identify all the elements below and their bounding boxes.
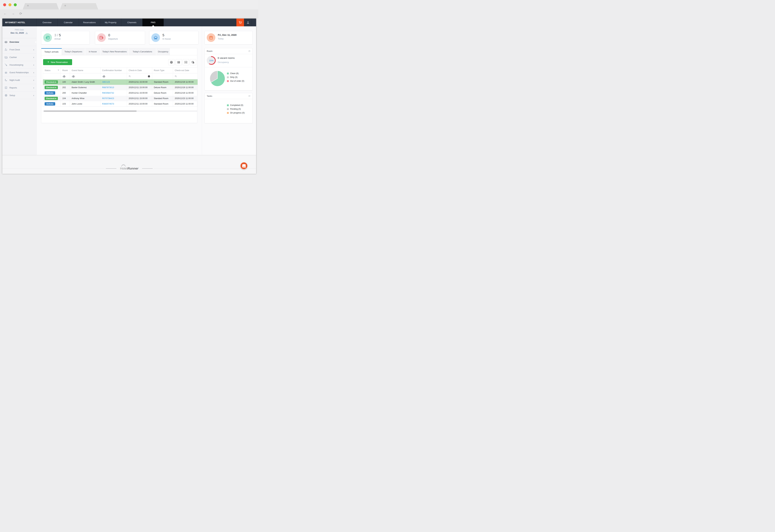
window-close-button[interactable]	[3, 3, 6, 6]
rows-view-button[interactable]	[175, 59, 182, 65]
scrollbar-thumb[interactable]	[44, 111, 137, 112]
confirmation-link[interactable]: R070736423	[102, 97, 114, 100]
refresh-icon[interactable]: ⟳	[248, 95, 250, 98]
chevron-left-icon: ‹	[33, 86, 34, 89]
chat-bubble-icon	[242, 164, 246, 168]
legend-item-out-of-order: Out of order (0)	[227, 80, 244, 82]
text-filter-icon: abc	[102, 76, 106, 77]
sidebar-item-night-audit[interactable]: Night Audit ‹	[2, 76, 36, 84]
table-row[interactable]: Checked-in 100 Adam Smith / Lucy Smith A…	[43, 79, 198, 85]
new-reservation-button[interactable]: + New Reservation	[43, 59, 72, 65]
nav-item-channels[interactable]: Channels	[121, 19, 142, 26]
status-badge: Checked-in	[45, 80, 58, 84]
confirmation-link[interactable]: R383074573	[102, 103, 114, 105]
status-badge: Checked-in	[45, 86, 58, 89]
filter-status[interactable]	[43, 73, 61, 79]
tab-todays-new-reservations[interactable]: Today's New Reservations	[101, 48, 129, 55]
pms-date-block: PMS Date Dec 11, 2020	[2, 26, 36, 38]
navbar-tail	[252, 19, 256, 26]
filter-room-type[interactable]	[152, 73, 173, 79]
col-confirmation-number[interactable]: Confirmation Number	[100, 67, 127, 73]
app-navbar: MYSWEET HOTEL Overview Calendar Reservat…	[2, 19, 256, 26]
in-house-value: 5	[162, 33, 164, 37]
cell-guest: John Locke	[70, 101, 100, 107]
sidebar-item-label: Front Desk	[9, 48, 31, 51]
departure-icon	[97, 33, 106, 42]
table-row[interactable]: Definite 103 John Locke R383074573 2020/…	[43, 101, 198, 107]
nav-item-pms[interactable]: PMS	[142, 19, 164, 26]
browser-tab-1[interactable]: ⊗	[23, 3, 59, 9]
nav-item-calendar[interactable]: Calendar	[57, 19, 79, 26]
tab-close-icon[interactable]: ⊗	[64, 4, 66, 7]
table-row[interactable]: Checked-in 202 Baxter Gutierrez R6878730…	[43, 85, 198, 90]
filter-checkout-date[interactable]	[173, 73, 198, 79]
print-button[interactable]	[168, 59, 174, 65]
tab-close-icon[interactable]: ⊗	[27, 4, 29, 7]
refresh-icon[interactable]: ⟳	[248, 50, 250, 53]
sidebar-item-guest-relationships[interactable]: Guest Relationships ‹	[2, 69, 36, 76]
browser-tab-2[interactable]: ⊗	[60, 3, 98, 9]
sidebar-item-front-desk[interactable]: Front Desk ‹	[2, 46, 36, 54]
cell-room: 100	[61, 79, 70, 85]
reload-icon[interactable]: ⟳	[18, 12, 23, 16]
footer-divider	[2, 168, 104, 169]
chat-widget-button[interactable]	[240, 162, 248, 169]
filter-confirmation-number[interactable]: abc	[100, 73, 127, 79]
tab-in-house[interactable]: In house	[85, 48, 101, 55]
tab-todays-departures[interactable]: Today's Departures	[62, 48, 85, 55]
tasks-panel: Tasks ⟳ Completed (0) Pending (0) On pro…	[204, 93, 253, 123]
col-checkout-date[interactable]: Check-out Date	[173, 67, 198, 73]
legend-swatch	[227, 73, 229, 74]
filter-funnel-icon[interactable]	[57, 69, 59, 71]
tab-todays-arrivals[interactable]: Today's arrivals	[41, 48, 62, 55]
table-filter-row: abc abc abc	[43, 73, 198, 79]
tasks-legend: Completed (0) Pending (0) On progress (0…	[227, 104, 252, 114]
col-checkin-date[interactable]: Check-in Date	[127, 67, 152, 73]
in-house-stat-card: 5 In house	[149, 31, 198, 44]
col-room-type[interactable]: Room Type	[152, 67, 173, 73]
table-row[interactable]: Checked-in 104 Anthony Wise R070736423 2…	[43, 96, 198, 101]
nav-item-reservations[interactable]: Reservations	[79, 19, 100, 26]
cell-room: 103	[61, 101, 70, 107]
browser-toolbar: ← → ⟳ https://www.hotelrunner.com/PMS	[0, 9, 258, 19]
room-panel: Room ⟳ 33% 6 vacant rooms Occupancy	[204, 48, 253, 90]
sidebar-item-housekeeping[interactable]: Housekeeping ‹	[2, 61, 36, 69]
col-guest-name[interactable]: Guest Name	[70, 67, 100, 73]
nav-item-overview[interactable]: Overview	[36, 19, 57, 26]
cart-button[interactable]	[236, 19, 244, 26]
filter-guest-name[interactable]: abc	[70, 73, 100, 79]
footer-divider-accent	[106, 168, 116, 169]
sidebar-item-cashier[interactable]: Cashier ‹	[2, 54, 36, 61]
legend-swatch	[227, 112, 229, 114]
column-chooser-button[interactable]	[190, 59, 196, 65]
window-zoom-button[interactable]	[14, 3, 17, 6]
calendar-picker-icon[interactable]	[148, 75, 150, 78]
table-row[interactable]: Definite 200 Hunter Chandler R803584732 …	[43, 90, 198, 96]
confirmation-link[interactable]: ABC123	[102, 81, 110, 83]
sidebar-item-label: Cashier	[9, 56, 31, 58]
col-room[interactable]: Room	[61, 67, 70, 73]
confirmation-link[interactable]: R687873013	[102, 86, 114, 89]
tab-todays-cancelations[interactable]: Today's Cancelations	[129, 48, 156, 55]
status-badge: Definite	[45, 91, 55, 95]
tab-occupancy[interactable]: Occupancy	[156, 48, 170, 55]
col-status[interactable]: Status	[43, 67, 61, 73]
user-menu-button[interactable]	[244, 19, 252, 26]
sidebar-item-setup[interactable]: Setup ‹	[2, 92, 36, 99]
legend-item-dirty: Dirty (3)	[227, 76, 244, 78]
hotelrunner-logo: HotelRunner	[118, 167, 141, 170]
window-minimize-button[interactable]	[8, 3, 11, 6]
horizontal-scrollbar[interactable]	[43, 111, 197, 112]
confirmation-link[interactable]: R803584732	[102, 92, 114, 94]
back-icon[interactable]: ←	[3, 12, 8, 15]
export-xlsx-button[interactable]: xlsx	[183, 59, 189, 65]
sidebar-item-overview[interactable]: Overview	[2, 38, 36, 46]
filter-room[interactable]: abc	[61, 73, 70, 79]
chevron-left-icon: ‹	[33, 71, 34, 74]
hotel-brand[interactable]: MYSWEET HOTEL	[2, 19, 36, 26]
mountain-icon	[121, 164, 126, 167]
sidebar-item-reports[interactable]: Reports ‹	[2, 84, 36, 92]
filter-checkin-date[interactable]	[127, 73, 152, 79]
nav-item-my-property[interactable]: My Property	[100, 19, 121, 26]
forward-icon[interactable]: →	[11, 12, 16, 15]
